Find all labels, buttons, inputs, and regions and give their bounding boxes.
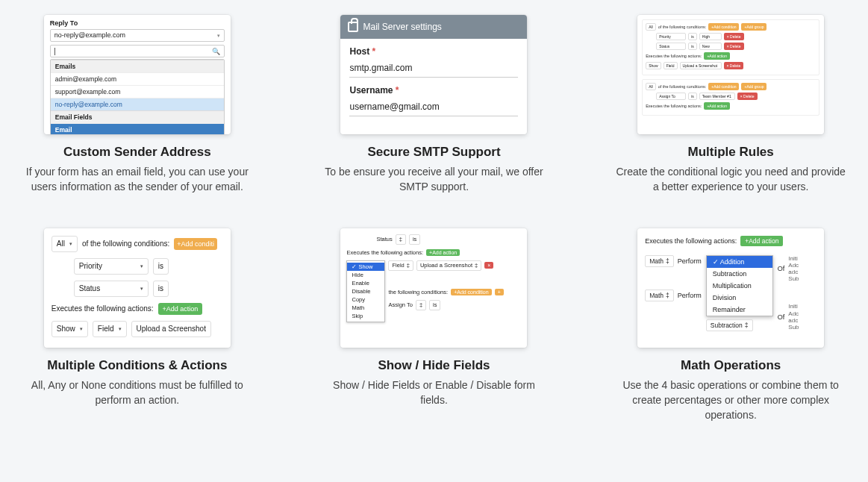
host-input[interactable]: smtp.gmail.com bbox=[349, 58, 518, 78]
field-select[interactable]: Status bbox=[656, 43, 686, 50]
target-select[interactable]: Field▾ bbox=[93, 321, 127, 337]
card-multiple-conditions: All▾ of the following conditions: +Add c… bbox=[44, 228, 231, 348]
option-hide[interactable]: Hide bbox=[347, 271, 384, 279]
option-remainder[interactable]: Remainder bbox=[707, 304, 772, 316]
target-select[interactable]: Field bbox=[664, 62, 678, 69]
section-email-fields: Email Fields bbox=[51, 110, 224, 123]
op-select[interactable]: is bbox=[409, 234, 420, 245]
op-select[interactable]: is bbox=[688, 93, 697, 100]
operation-select[interactable]: Subtraction‡ bbox=[706, 319, 753, 331]
add-action-button[interactable]: +Add action bbox=[704, 52, 730, 60]
list-item[interactable]: Email bbox=[51, 123, 224, 134]
card-show-hide: Status ‡ is Executes the following actio… bbox=[340, 228, 527, 348]
value-select[interactable]: Upload a Screenshot bbox=[680, 62, 722, 69]
list-item[interactable]: no-reply@example.com bbox=[51, 98, 224, 110]
add-action-button[interactable]: +Add action bbox=[158, 303, 203, 315]
feature-title: Custom Sender Address bbox=[63, 145, 211, 160]
feature-multiple-rules: All of the following conditions: +Add co… bbox=[616, 15, 846, 195]
field-select[interactable]: Status▾ bbox=[74, 281, 149, 297]
field-select[interactable]: Priority bbox=[656, 33, 686, 40]
delete-button[interactable]: × Delete bbox=[724, 43, 744, 50]
section-emails: Emails bbox=[51, 60, 224, 72]
action-dropdown[interactable]: Show Hide Enable Disable Copy Math Skip bbox=[346, 260, 385, 322]
add-group-button[interactable]: +Add group bbox=[741, 23, 766, 31]
feature-custom-sender: Reply To no-reply@example.com ▾ 🔍 Emails… bbox=[22, 15, 252, 195]
email-dropdown-list: Emails admin@example.com support@example… bbox=[50, 59, 225, 134]
add-group-button[interactable]: + bbox=[495, 289, 504, 295]
add-condition-button[interactable]: +Add condition bbox=[708, 23, 739, 31]
op-select[interactable]: is bbox=[153, 258, 169, 275]
option-division[interactable]: Division bbox=[707, 292, 772, 304]
option-subtraction[interactable]: Subtraction bbox=[707, 268, 772, 280]
add-action-button[interactable]: +Add action bbox=[426, 249, 460, 256]
username-input[interactable]: username@gmail.com bbox=[349, 97, 518, 116]
action-select[interactable]: Math‡ bbox=[645, 255, 674, 267]
feature-title: Multiple Conditions & Actions bbox=[47, 358, 227, 373]
option-addition[interactable]: Addition bbox=[707, 256, 772, 268]
feature-show-hide: Status ‡ is Executes the following actio… bbox=[319, 228, 549, 423]
cursor-icon bbox=[54, 48, 55, 55]
truncated-text: InitiAdcadcSub bbox=[788, 303, 799, 331]
rule-block: All of the following conditions: +Add co… bbox=[642, 19, 819, 75]
card-smtp: Mail Server settings Host * smtp.gmail.c… bbox=[340, 15, 527, 134]
delete-button[interactable]: × bbox=[484, 262, 493, 269]
list-item[interactable]: support@example.com bbox=[51, 85, 224, 98]
feature-title: Multiple Rules bbox=[688, 145, 774, 160]
rule-block: All of the following conditions: +Add co… bbox=[642, 79, 819, 116]
reply-to-label: Reply To bbox=[50, 19, 225, 27]
feature-desc: If your form has an email field, you can… bbox=[22, 164, 252, 195]
delete-button[interactable]: × Delete bbox=[737, 93, 758, 100]
feature-multiple-conditions: All▾ of the following conditions: +Add c… bbox=[22, 228, 252, 423]
option-multiplication[interactable]: Multiplication bbox=[707, 280, 772, 292]
target-select[interactable]: Field‡ bbox=[388, 260, 413, 271]
field-select[interactable]: Priority▾ bbox=[74, 258, 149, 275]
add-group-button[interactable]: +Add group bbox=[741, 83, 766, 90]
search-icon: 🔍 bbox=[212, 48, 220, 55]
all-select[interactable]: All bbox=[646, 23, 656, 31]
value-select[interactable]: Upload a Screenshot‡ bbox=[416, 260, 481, 271]
delete-button[interactable]: × Delete bbox=[724, 62, 744, 69]
card-custom-sender: Reply To no-reply@example.com ▾ 🔍 Emails… bbox=[44, 15, 231, 134]
op-select[interactable]: is bbox=[688, 33, 697, 40]
operation-dropdown[interactable]: Addition Subtraction Multiplication Divi… bbox=[706, 255, 773, 316]
reply-to-select[interactable]: no-reply@example.com ▾ bbox=[50, 29, 225, 42]
card-multiple-rules: All of the following conditions: +Add co… bbox=[637, 15, 824, 134]
add-condition-button[interactable]: +Add condition bbox=[708, 83, 739, 90]
action-select[interactable]: Show bbox=[646, 62, 661, 69]
value-select[interactable]: Upload a Screenshot bbox=[131, 321, 211, 337]
option-disable[interactable]: Disable bbox=[347, 287, 384, 295]
add-action-button[interactable]: +Add action bbox=[740, 236, 783, 246]
option-skip[interactable]: Skip bbox=[347, 312, 384, 320]
delete-button[interactable]: × Delete bbox=[724, 33, 744, 40]
option-show[interactable]: Show bbox=[347, 263, 384, 271]
all-select[interactable]: All▾ bbox=[51, 236, 78, 252]
feature-desc: Show / Hide Fields or Enable / Disable f… bbox=[319, 378, 549, 408]
add-condition-button[interactable]: +Add conditi bbox=[174, 238, 217, 250]
list-item[interactable]: admin@example.com bbox=[51, 72, 224, 85]
op-select[interactable]: is bbox=[688, 43, 697, 50]
op-select[interactable]: is bbox=[429, 300, 440, 310]
lock-icon bbox=[348, 22, 358, 32]
option-copy[interactable]: Copy bbox=[347, 295, 384, 304]
feature-desc: All, Any or None conditions must be fulf… bbox=[22, 378, 252, 408]
settings-header: Mail Server settings bbox=[340, 15, 527, 39]
caret-down-icon: ▾ bbox=[217, 29, 220, 42]
op-select[interactable]: is bbox=[153, 281, 169, 297]
value-select[interactable]: New bbox=[699, 43, 722, 50]
feature-title: Math Operations bbox=[681, 358, 781, 373]
value-select[interactable]: Team Member #1 bbox=[699, 93, 735, 100]
op-select[interactable]: ‡ bbox=[396, 234, 406, 245]
add-action-button[interactable]: +Add action bbox=[704, 102, 730, 110]
action-select[interactable]: Show▾ bbox=[51, 321, 88, 337]
option-enable[interactable]: Enable bbox=[347, 279, 384, 287]
value-select[interactable]: High bbox=[699, 33, 722, 40]
option-math[interactable]: Math bbox=[347, 304, 384, 312]
search-input[interactable]: 🔍 bbox=[50, 45, 225, 57]
field-select[interactable]: Assign To bbox=[656, 93, 686, 100]
all-select[interactable]: All bbox=[646, 83, 656, 90]
action-select[interactable]: Math‡ bbox=[645, 289, 674, 301]
add-condition-button[interactable]: +Add condition bbox=[451, 289, 492, 295]
host-label: Host * bbox=[349, 46, 518, 57]
op-select[interactable]: ‡ bbox=[416, 300, 426, 310]
card-math: Executes the following actions: +Add act… bbox=[637, 228, 824, 348]
